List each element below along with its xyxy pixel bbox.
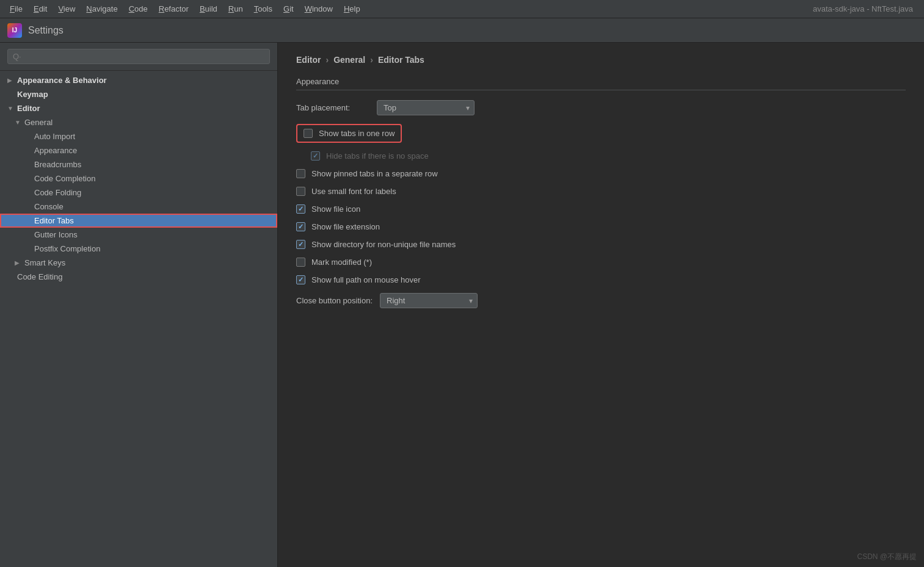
- chevron-right-icon: ▶: [7, 77, 15, 84]
- label-mark-modified: Mark modified (*): [311, 258, 372, 267]
- sidebar-label-auto-import: Auto Import: [34, 132, 270, 141]
- sidebar-tree: ▶ Appearance & Behavior Keymap ▼ Editor …: [0, 71, 277, 567]
- menu-edit[interactable]: Edit: [29, 3, 52, 15]
- breadcrumb-sep-1: ›: [326, 55, 329, 65]
- sidebar-scroll-area: ▶ Appearance & Behavior Keymap ▼ Editor …: [0, 71, 277, 567]
- title-bar: IJ Settings: [0, 18, 924, 43]
- search-box: [0, 43, 277, 71]
- mark-modified-row: Mark modified (*): [296, 258, 906, 267]
- menu-help[interactable]: Help: [339, 3, 365, 15]
- show-file-extension-row: Show file extension: [296, 222, 906, 231]
- content-area: Editor › General › Editor Tabs Appearanc…: [278, 43, 924, 567]
- sidebar-item-code-folding[interactable]: Code Folding: [0, 186, 277, 200]
- breadcrumb-sep-2: ›: [370, 55, 373, 65]
- search-input[interactable]: [7, 49, 270, 64]
- chevron-right-icon-smart-keys: ▶: [15, 259, 22, 266]
- checkbox-show-full-path[interactable]: [296, 275, 305, 284]
- sidebar-label-gutter-icons: Gutter Icons: [34, 230, 270, 239]
- section-appearance-header: Appearance: [296, 77, 906, 90]
- sidebar-item-code-completion[interactable]: Code Completion: [0, 172, 277, 186]
- sidebar-label-postfix-completion: Postfix Completion: [34, 244, 270, 253]
- checkbox-small-font[interactable]: [296, 187, 305, 196]
- watermark: CSDN @不愿再提: [857, 552, 917, 562]
- menu-items: File Edit View Navigate Code Refactor Bu…: [5, 3, 365, 15]
- label-show-file-extension: Show file extension: [311, 222, 380, 231]
- tab-placement-label: Tab placement:: [296, 103, 369, 112]
- app-icon: IJ: [7, 23, 22, 38]
- label-show-file-icon: Show file icon: [311, 204, 360, 214]
- sidebar: ▶ Appearance & Behavior Keymap ▼ Editor …: [0, 43, 278, 567]
- sidebar-item-postfix-completion[interactable]: Postfix Completion: [0, 242, 277, 256]
- sidebar-label-code-completion: Code Completion: [34, 174, 270, 183]
- show-directory-row: Show directory for non-unique file names: [296, 240, 906, 249]
- checkbox-show-tabs-one-row[interactable]: [304, 129, 313, 138]
- sidebar-label-smart-keys: Smart Keys: [24, 258, 270, 267]
- menu-run[interactable]: Run: [224, 3, 248, 15]
- chevron-down-icon-editor: ▼: [7, 105, 15, 112]
- menu-code[interactable]: Code: [124, 3, 153, 15]
- sidebar-label-appearance-behavior: Appearance & Behavior: [17, 76, 270, 85]
- show-file-icon-row: Show file icon: [296, 204, 906, 214]
- sidebar-label-code-editing: Code Editing: [17, 272, 270, 281]
- pinned-tabs-row: Show pinned tabs in a separate row: [296, 169, 906, 178]
- sidebar-item-auto-import[interactable]: Auto Import: [0, 129, 277, 143]
- menu-bar: File Edit View Navigate Code Refactor Bu…: [0, 0, 924, 18]
- menu-tools[interactable]: Tools: [249, 3, 277, 15]
- sidebar-item-code-editing[interactable]: Code Editing: [0, 270, 277, 284]
- sidebar-item-console[interactable]: Console: [0, 200, 277, 214]
- menu-navigate[interactable]: Navigate: [81, 3, 122, 15]
- sidebar-label-keymap: Keymap: [17, 90, 270, 99]
- sidebar-label-console: Console: [34, 202, 270, 211]
- label-show-full-path: Show full path on mouse hover: [311, 275, 421, 284]
- menu-view[interactable]: View: [53, 3, 80, 15]
- sidebar-item-appearance-behavior[interactable]: ▶ Appearance & Behavior: [0, 73, 277, 87]
- sidebar-label-editor: Editor: [17, 104, 270, 113]
- checkbox-mark-modified[interactable]: [296, 258, 305, 267]
- sidebar-label-breadcrumbs: Breadcrumbs: [34, 160, 270, 169]
- sidebar-item-general[interactable]: ▼ General: [0, 115, 277, 129]
- checkbox-show-directory[interactable]: [296, 240, 305, 249]
- tab-placement-row: Tab placement: Top Bottom Left Right Non…: [296, 100, 906, 115]
- close-button-select-wrapper: Right Left None: [380, 293, 478, 308]
- menu-refactor[interactable]: Refactor: [154, 3, 194, 15]
- breadcrumb-editor: Editor: [296, 55, 321, 65]
- sidebar-item-editor-tabs[interactable]: Editor Tabs: [0, 214, 277, 228]
- breadcrumb-editor-tabs: Editor Tabs: [378, 55, 424, 65]
- label-small-font: Use small font for labels: [311, 187, 396, 196]
- breadcrumb-general: General: [333, 55, 365, 65]
- menu-build[interactable]: Build: [195, 3, 222, 15]
- show-tabs-one-row-highlighted-row: Show tabs in one row: [296, 124, 402, 143]
- label-show-tabs-one-row: Show tabs in one row: [319, 129, 395, 138]
- checkbox-show-file-icon[interactable]: [296, 204, 305, 214]
- sidebar-item-editor[interactable]: ▼ Editor: [0, 101, 277, 115]
- project-title: avata-sdk-java - NftTest.java: [813, 4, 919, 13]
- label-hide-tabs: Hide tabs if there is no space: [326, 151, 429, 161]
- menu-window[interactable]: Window: [300, 3, 338, 15]
- sidebar-item-gutter-icons[interactable]: Gutter Icons: [0, 228, 277, 242]
- label-show-directory: Show directory for non-unique file names: [311, 240, 456, 249]
- checkbox-show-file-extension[interactable]: [296, 222, 305, 231]
- checkbox-hide-tabs[interactable]: [311, 151, 320, 161]
- settings-title: Settings: [28, 25, 64, 36]
- menu-git[interactable]: Git: [278, 3, 299, 15]
- sidebar-item-breadcrumbs[interactable]: Breadcrumbs: [0, 157, 277, 172]
- sidebar-item-keymap[interactable]: Keymap: [0, 87, 277, 101]
- show-full-path-row: Show full path on mouse hover: [296, 275, 906, 284]
- sidebar-label-editor-tabs: Editor Tabs: [34, 216, 270, 225]
- sidebar-label-appearance: Appearance: [34, 146, 270, 155]
- sidebar-item-appearance[interactable]: Appearance: [0, 143, 277, 157]
- menu-file[interactable]: File: [5, 3, 27, 15]
- sidebar-label-code-folding: Code Folding: [34, 188, 270, 197]
- close-button-row: Close button position: Right Left None: [296, 293, 906, 308]
- checkbox-pinned-tabs[interactable]: [296, 169, 305, 178]
- sidebar-item-smart-keys[interactable]: ▶ Smart Keys: [0, 256, 277, 270]
- chevron-down-icon-general: ▼: [15, 119, 22, 126]
- tab-placement-select-wrapper: Top Bottom Left Right None: [377, 100, 475, 115]
- main-container: ▶ Appearance & Behavior Keymap ▼ Editor …: [0, 43, 924, 567]
- breadcrumb: Editor › General › Editor Tabs: [296, 55, 906, 65]
- tab-placement-select[interactable]: Top Bottom Left Right None: [377, 100, 475, 115]
- close-button-select[interactable]: Right Left None: [380, 293, 478, 308]
- label-pinned-tabs: Show pinned tabs in a separate row: [311, 169, 438, 178]
- sidebar-label-general: General: [24, 118, 270, 127]
- small-font-row: Use small font for labels: [296, 187, 906, 196]
